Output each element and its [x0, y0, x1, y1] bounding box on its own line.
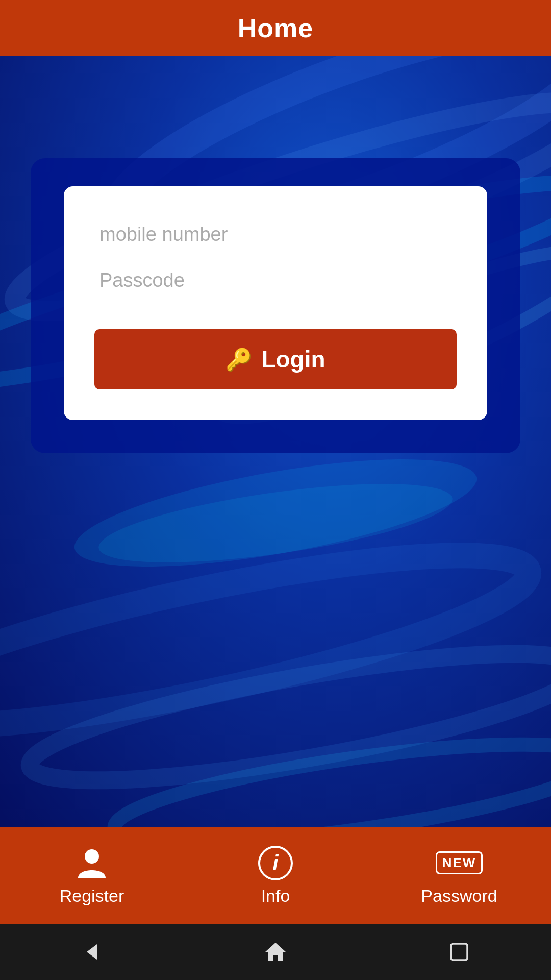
nav-item-password[interactable]: NEW Password: [367, 845, 551, 906]
login-container: 🔑 Login: [31, 158, 520, 453]
register-icon: [74, 845, 110, 881]
passcode-input[interactable]: [94, 260, 457, 301]
login-label: Login: [261, 346, 325, 373]
new-badge-text: NEW: [436, 851, 483, 874]
system-nav-bar: [0, 924, 551, 980]
home-button[interactable]: [255, 937, 296, 967]
main-content: 🔑 Login: [0, 56, 551, 827]
svg-point-10: [85, 849, 99, 864]
page-title: Home: [238, 13, 313, 43]
info-label: Info: [261, 886, 290, 906]
mobile-number-input[interactable]: [94, 214, 457, 255]
password-label: Password: [421, 886, 497, 906]
passcode-input-group: [94, 260, 457, 301]
bottom-nav: Register i Info NEW Password: [0, 827, 551, 924]
nav-item-info[interactable]: i Info: [184, 845, 367, 906]
key-icon: 🔑: [226, 347, 252, 372]
register-label: Register: [60, 886, 124, 906]
info-icon: i: [258, 845, 293, 881]
header: Home: [0, 0, 551, 56]
svg-marker-12: [265, 943, 286, 961]
svg-marker-11: [87, 944, 97, 960]
nav-item-register[interactable]: Register: [0, 845, 184, 906]
back-button[interactable]: [71, 937, 112, 967]
login-button[interactable]: 🔑 Login: [94, 329, 457, 389]
recents-button[interactable]: [439, 937, 480, 967]
new-badge-icon: NEW: [441, 845, 477, 881]
mobile-input-group: [94, 214, 457, 255]
login-card: 🔑 Login: [64, 186, 487, 420]
svg-rect-13: [451, 944, 467, 960]
